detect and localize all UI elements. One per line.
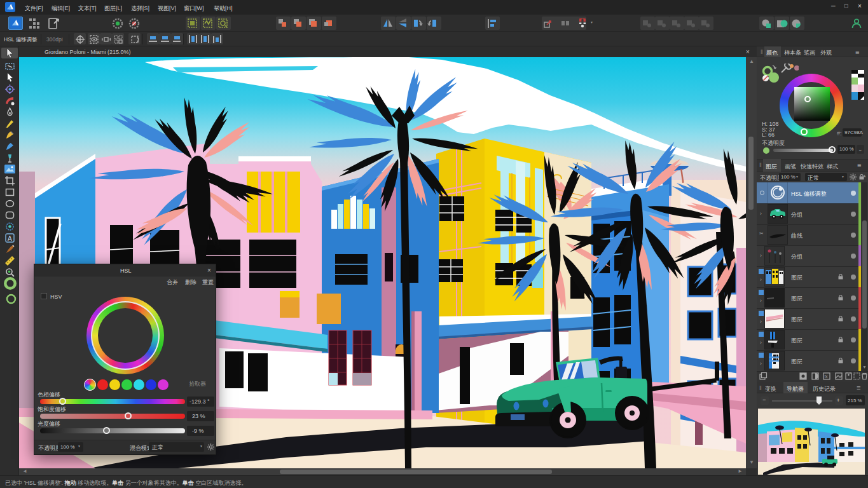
svg-text:fx: fx <box>825 374 829 379</box>
svg-text:A: A <box>8 235 12 242</box>
